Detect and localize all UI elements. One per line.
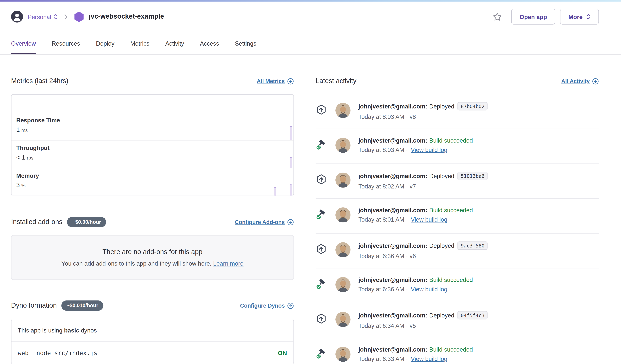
activity-item: johnjvester@gmail.com: Build succeeded T… — [316, 129, 599, 164]
activity-user: johnjvester@gmail.com: — [358, 137, 427, 144]
tab[interactable]: Settings — [235, 32, 257, 54]
build-hammer-icon — [316, 139, 327, 150]
user-avatar[interactable] — [11, 11, 23, 22]
page-title: jvc-websocket-example — [89, 13, 164, 20]
tab-bar: Overview Resources Deploy Metrics Activi… — [0, 32, 621, 55]
breadcrumb-chevron-icon — [64, 14, 68, 19]
metric-row: Memory 3% — [12, 168, 293, 196]
caret-sort-icon — [53, 13, 58, 20]
open-app-label: Open app — [520, 13, 547, 20]
activity-action: Build succeeded — [429, 276, 473, 283]
activity-user: johnjvester@gmail.com: — [358, 103, 427, 110]
open-app-button[interactable]: Open app — [511, 9, 555, 25]
view-build-log-link[interactable]: View build log — [411, 355, 447, 362]
avatar — [335, 138, 350, 153]
activity-item: johnjvester@gmail.com: Deployed 51013ba6… — [316, 164, 599, 199]
activity-text: johnjvester@gmail.com: Deployed 04f5f4c3… — [358, 311, 599, 329]
dyno-formation-panel: This app is using basic dynos web node s… — [11, 319, 294, 364]
favorite-star-icon[interactable] — [493, 12, 502, 21]
view-build-log-link[interactable]: View build log — [411, 286, 447, 293]
circle-arrow-icon — [287, 219, 294, 226]
app-header: Personal jvc-websocket-example Open app … — [0, 2, 621, 32]
activity-user: johnjvester@gmail.com: — [358, 242, 427, 249]
addons-empty-text: You can add add-ons to this app and they… — [61, 260, 243, 267]
header-actions: Open app More — [493, 9, 599, 25]
activity-timestamp: Today at 6:33 AM · — [358, 355, 410, 362]
view-build-log-link[interactable]: View build log — [411, 216, 447, 223]
circle-arrow-icon — [287, 302, 294, 309]
account-label: Personal — [28, 13, 51, 20]
configure-addons-link[interactable]: Configure Add-ons — [235, 219, 294, 226]
tab[interactable]: Resources — [52, 32, 80, 54]
metrics-panel: Response Time 1ms Throughput < 1rps — [11, 94, 294, 196]
process-command: node src/index.js — [36, 349, 97, 356]
commit-hash-chip: 51013ba6 — [458, 172, 488, 180]
activity-list: johnjvester@gmail.com: Deployed 87b04b02… — [316, 94, 599, 364]
caret-sort-icon — [586, 13, 590, 20]
circle-arrow-icon — [592, 78, 599, 84]
deploy-icon — [316, 104, 327, 115]
addons-empty-state: There are no add-ons for this app You ca… — [11, 235, 294, 280]
deploy-icon — [316, 243, 327, 255]
metric-row: Throughput < 1rps — [12, 140, 293, 168]
tab[interactable]: Deploy — [96, 32, 114, 54]
activity-user: johnjvester@gmail.com: — [358, 207, 427, 213]
top-gradient-bar — [0, 0, 621, 2]
avatar — [335, 277, 350, 292]
tab[interactable]: Activity — [165, 32, 184, 54]
configure-addons-label: Configure Add-ons — [235, 219, 285, 225]
metric-row: Response Time 1ms — [12, 113, 293, 140]
activity-action: Build succeeded — [429, 137, 473, 144]
activity-timestamp: Today at 8:01 AM · — [358, 216, 410, 223]
metrics-title: Metrics (last 24hrs) — [11, 77, 69, 85]
more-button[interactable]: More — [560, 9, 599, 25]
build-hammer-icon — [316, 348, 327, 359]
metric-unit: % — [21, 183, 26, 188]
addons-title: Installed add-ons — [11, 218, 62, 226]
activity-text: johnjvester@gmail.com: Build succeeded T… — [358, 137, 599, 153]
avatar — [335, 312, 350, 327]
configure-dynos-link[interactable]: Configure Dynos — [240, 302, 294, 309]
account-switcher[interactable]: Personal — [28, 13, 58, 20]
process-state-toggle[interactable]: ON — [278, 349, 287, 356]
commit-hash-chip: 9ac3f580 — [458, 242, 488, 250]
avatar — [335, 347, 350, 362]
activity-text: johnjvester@gmail.com: Deployed 9ac3f580… — [358, 242, 599, 259]
tab[interactable]: Overview — [11, 32, 36, 54]
heroku-app-overview-page: Personal jvc-websocket-example Open app … — [0, 0, 621, 364]
addons-cost-badge: ~$0.00/hour — [67, 217, 106, 227]
avatar — [335, 207, 350, 222]
activity-user: johnjvester@gmail.com: — [358, 276, 427, 283]
header-left: Personal jvc-websocket-example — [11, 11, 493, 22]
addons-empty-title: There are no add-ons for this app — [103, 248, 203, 256]
activity-timestamp: Today at 6:36 AM · — [358, 286, 410, 293]
metric-unit: ms — [21, 128, 28, 133]
dyno-process-row: web node src/index.js ON — [12, 342, 293, 364]
all-activity-link[interactable]: All Activity — [561, 78, 599, 84]
dyno-using-row: This app is using basic dynos — [12, 319, 293, 342]
dyno-using-suffix: dynos — [79, 327, 97, 334]
activity-section-header: Latest activity All Activity — [316, 77, 599, 85]
metrics-chart-area — [12, 95, 293, 113]
tab[interactable]: Access — [200, 32, 219, 54]
tab[interactable]: Metrics — [130, 32, 149, 54]
activity-title: Latest activity — [316, 77, 356, 85]
activity-item: johnjvester@gmail.com: Deployed 87b04b02… — [316, 94, 599, 129]
activity-action: Build succeeded — [429, 207, 473, 213]
activity-action: Deployed — [429, 312, 454, 319]
learn-more-link[interactable]: Learn more — [213, 260, 243, 267]
dyno-using-prefix: This app is using — [18, 327, 64, 334]
all-metrics-link[interactable]: All Metrics — [257, 78, 294, 84]
view-build-log-link[interactable]: View build log — [411, 147, 447, 153]
process-type: web — [18, 349, 29, 356]
activity-item: johnjvester@gmail.com: Build succeeded T… — [316, 338, 599, 364]
activity-timestamp: Today at 8:03 AM · v8 — [358, 113, 416, 120]
addons-empty-text-body: You can add add-ons to this app and they… — [61, 260, 213, 267]
right-column: Latest activity All Activity — [316, 55, 599, 364]
activity-user: johnjvester@gmail.com: — [358, 173, 427, 179]
dynos-cost-badge: ~$0.010/hour — [61, 300, 103, 311]
activity-action: Deployed — [429, 173, 454, 179]
dyno-type: basic — [64, 327, 79, 334]
activity-timestamp: Today at 6:34 AM · v5 — [358, 322, 416, 329]
activity-item: johnjvester@gmail.com: Build succeeded T… — [316, 268, 599, 303]
